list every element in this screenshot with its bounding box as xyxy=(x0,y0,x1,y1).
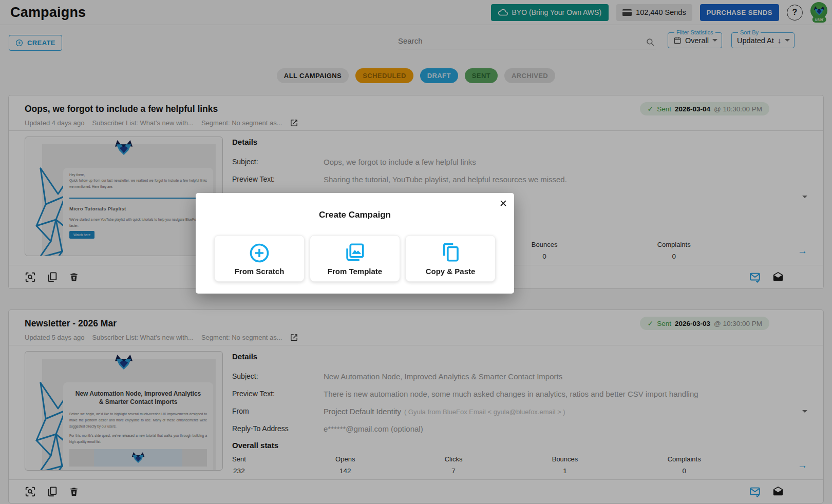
modal-title: Create Campaign xyxy=(196,210,514,220)
create-campaign-modal: ✕ Create Campaign From Scratch From Temp… xyxy=(196,193,514,294)
plus-circle-icon xyxy=(248,242,271,264)
modal-options: From Scratch From Template Copy & Paste xyxy=(214,235,496,282)
copy-icon xyxy=(440,242,461,263)
copy-paste-option[interactable]: Copy & Paste xyxy=(405,235,496,282)
close-icon[interactable]: ✕ xyxy=(499,199,507,208)
from-template-option[interactable]: From Template xyxy=(310,235,400,282)
from-scratch-option[interactable]: From Scratch xyxy=(214,235,305,282)
photo-library-icon xyxy=(344,242,366,263)
